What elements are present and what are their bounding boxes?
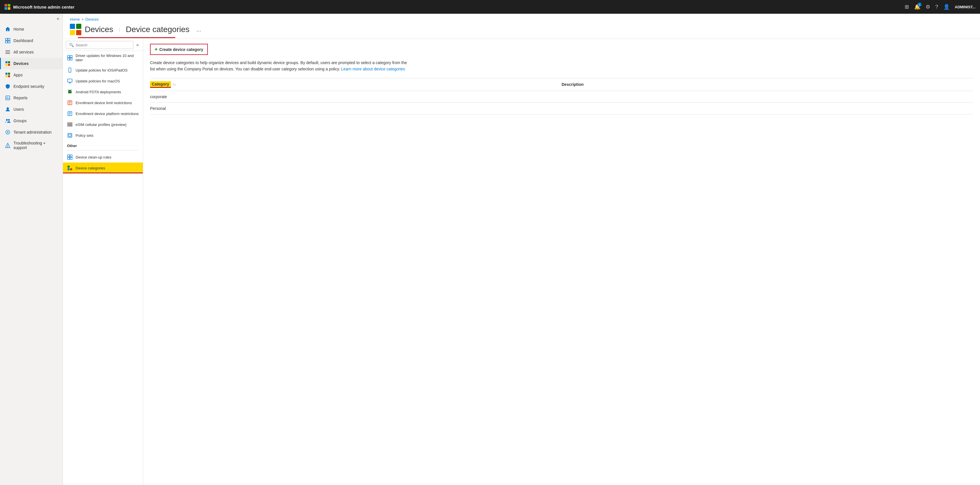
breadcrumb-separator: >	[81, 17, 84, 21]
nav-item-policy-sets-label: Policy sets	[76, 133, 93, 138]
svg-rect-3	[8, 7, 10, 10]
category-col-label: Category	[150, 81, 171, 88]
sidebar-item-troubleshooting[interactable]: Troubleshooting + support	[0, 138, 63, 153]
svg-line-46	[71, 90, 72, 90]
user-icon[interactable]: 👤	[943, 4, 950, 10]
svg-point-27	[7, 132, 8, 133]
sidebar-item-home[interactable]: Home	[0, 24, 63, 35]
esim-icon	[67, 122, 73, 127]
breadcrumb: Home > Devices	[63, 14, 980, 21]
sidebar-item-devices-label: Devices	[13, 61, 29, 66]
more-options-button[interactable]: ...	[196, 26, 201, 33]
create-btn-label: Create device category	[159, 47, 203, 52]
table-row[interactable]: Personal	[150, 103, 973, 114]
nav-item-esim[interactable]: eSIM cellular profiles (preview)	[63, 119, 143, 130]
right-panel: + Create device category Create device c…	[143, 38, 980, 485]
svg-point-26	[6, 130, 10, 134]
svg-rect-35	[70, 55, 72, 57]
dashboard-icon	[5, 38, 11, 43]
svg-rect-10	[5, 53, 10, 54]
breadcrumb-devices[interactable]: Devices	[85, 17, 99, 21]
sidebar-item-apps[interactable]: Apps	[0, 69, 63, 81]
svg-rect-16	[8, 73, 10, 74]
svg-rect-5	[8, 38, 10, 40]
sort-icon[interactable]: ↑↓	[173, 82, 176, 86]
device-cleanup-icon	[67, 154, 73, 160]
nav-item-update-macos[interactable]: Update policies for macOS	[63, 76, 143, 86]
help-icon[interactable]: ?	[935, 4, 938, 10]
svg-rect-65	[70, 166, 72, 168]
android-fota-icon	[67, 89, 73, 95]
svg-rect-30	[70, 24, 75, 29]
device-categories-icon	[67, 165, 73, 171]
search-input[interactable]	[76, 43, 130, 47]
nav-item-enrollment-limit[interactable]: Enrollment device limit restrictions	[63, 97, 143, 108]
app-title: Microsoft Intune admin center	[13, 5, 75, 10]
learn-more-link[interactable]: Learn more about device categories	[341, 67, 405, 71]
svg-rect-61	[70, 155, 72, 157]
nav-item-device-cleanup-label: Device clean-up rules	[76, 155, 111, 159]
svg-rect-32	[70, 30, 75, 35]
sidebar-item-groups[interactable]: Groups	[0, 115, 63, 127]
endpoint-security-icon	[5, 84, 11, 89]
main-layout: « Home Dashboard All services	[0, 14, 980, 485]
svg-rect-15	[5, 73, 8, 74]
nav-item-android-fota[interactable]: Android FOTA deployments	[63, 86, 143, 97]
content-area: Home > Devices Devices | Device categori…	[63, 14, 980, 485]
svg-point-44	[70, 91, 71, 92]
topbar-left: Microsoft Intune admin center	[5, 4, 75, 10]
users-icon	[5, 106, 11, 112]
sidebar-item-tenant-admin[interactable]: Tenant administration	[0, 127, 63, 138]
svg-line-45	[68, 90, 69, 90]
nav-item-driver-updates-label: Driver updates for Windows 10 and later	[76, 54, 139, 62]
nav-item-update-ios[interactable]: Update policies for iOS/iPadOS	[63, 65, 143, 76]
page-header-divider: |	[119, 27, 120, 32]
sidebar-item-all-services[interactable]: All services	[0, 46, 63, 58]
portal-icon[interactable]: ⊞	[905, 4, 909, 10]
nav-item-enrollment-platform[interactable]: Enrollment device platform restrictions	[63, 108, 143, 119]
page-header: Devices | Device categories ...	[63, 21, 980, 39]
driver-updates-icon	[67, 55, 73, 61]
notification-icon[interactable]: 🔔 1	[914, 4, 920, 10]
sidebar-item-all-services-label: All services	[13, 50, 34, 54]
svg-rect-37	[70, 58, 72, 60]
breadcrumb-home[interactable]: Home	[70, 17, 80, 21]
nav-item-device-categories-label: Device categories	[76, 166, 105, 170]
table-row[interactable]: corporate	[150, 91, 973, 103]
description-col-label: Description	[562, 82, 584, 87]
svg-rect-6	[5, 41, 8, 43]
left-panel-collapse-btn[interactable]: «	[135, 41, 140, 49]
sidebar-item-users[interactable]: Users	[0, 104, 63, 115]
policy-sets-icon	[67, 133, 73, 138]
sidebar-item-groups-label: Groups	[13, 119, 27, 123]
sidebar-item-reports[interactable]: Reports	[0, 92, 63, 104]
sidebar-item-endpoint-security[interactable]: Endpoint security	[0, 81, 63, 92]
table-header: Category ↑↓ Description	[150, 78, 973, 91]
sidebar-item-dashboard[interactable]: Dashboard	[0, 35, 63, 46]
search-box[interactable]: 🔍	[66, 41, 134, 49]
sidebar-item-home-label: Home	[13, 27, 24, 32]
nav-item-driver-updates[interactable]: Driver updates for Windows 10 and later	[63, 51, 143, 65]
nav-item-device-cleanup[interactable]: Device clean-up rules	[63, 152, 143, 163]
apps-icon	[5, 72, 11, 78]
nav-item-policy-sets[interactable]: Policy sets	[63, 130, 143, 141]
nav-item-device-categories[interactable]: Device categories	[63, 163, 143, 173]
other-section-label: Other	[63, 141, 143, 149]
page-header-subtitle: Device categories	[126, 25, 189, 34]
sidebar-item-users-label: Users	[13, 107, 24, 112]
sidebar-item-troubleshooting-label: Troubleshooting + support	[13, 141, 59, 150]
svg-rect-40	[68, 79, 72, 82]
sidebar-item-devices[interactable]: Devices	[0, 58, 63, 69]
data-table: Category ↑↓ Description corporate Person…	[150, 78, 973, 114]
enrollment-platform-icon	[67, 111, 73, 116]
nav-item-enrollment-limit-label: Enrollment device limit restrictions	[76, 101, 132, 105]
svg-rect-38	[69, 68, 71, 72]
settings-icon[interactable]: ⚙	[926, 4, 930, 10]
svg-point-23	[6, 107, 9, 109]
col-category-header: Category ↑↓	[150, 81, 562, 88]
create-device-category-button[interactable]: + Create device category	[150, 44, 208, 55]
sidebar: « Home Dashboard All services	[0, 14, 63, 485]
collapse-icon[interactable]: «	[57, 16, 59, 21]
svg-rect-31	[76, 24, 81, 29]
sidebar-collapse-btn[interactable]: «	[0, 14, 63, 24]
